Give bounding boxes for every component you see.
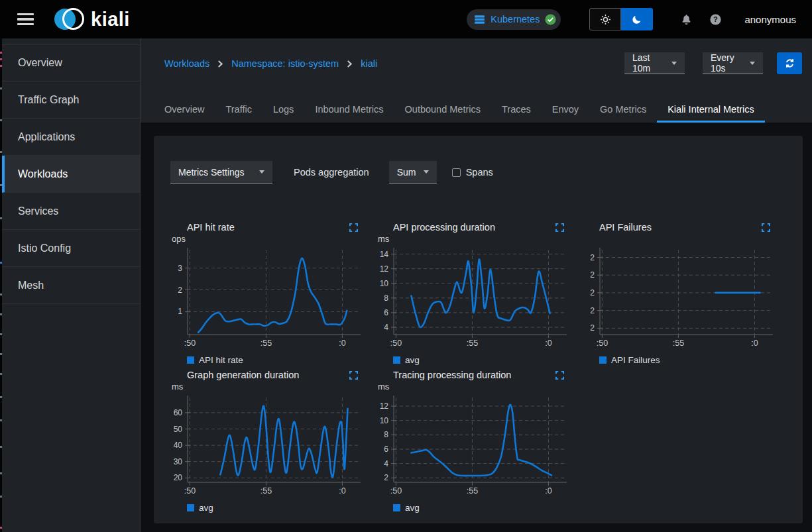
chart-api-hit-rate: API hit rate ops 321:50:55:0 API hit rat… [170,221,365,368]
menu-toggle-button[interactable] [17,11,34,28]
chart-title: Tracing processing duration [393,370,511,380]
svg-text::0: :0 [339,339,345,348]
chart-legend[interactable]: avg [377,352,571,368]
svg-text:6: 6 [384,445,388,454]
chart-graph-generation-duration: Graph generation duration ms 6050403020:… [170,368,365,515]
expand-icon[interactable] [555,223,564,232]
tab-traffic[interactable]: Traffic [215,95,262,123]
sync-icon [785,58,795,68]
svg-text:2: 2 [590,306,595,315]
svg-text:6: 6 [384,308,388,317]
cluster-selector[interactable]: Kubernetes [467,9,561,30]
sidebar-item-traffic-graph[interactable]: Traffic Graph [2,81,140,119]
svg-text:20: 20 [174,473,183,482]
question-circle-icon: ? [710,14,721,25]
cluster-icon [474,14,485,25]
legend-label: API hit rate [199,355,243,365]
svg-text:2: 2 [384,473,388,482]
brand-name: kiali [91,9,130,30]
light-theme-button[interactable] [589,8,621,30]
dark-theme-button[interactable] [621,8,653,30]
refresh-button[interactable] [777,52,802,74]
svg-text::50: :50 [184,339,196,348]
moon-icon [632,14,642,25]
notifications-button[interactable] [681,14,692,25]
expand-icon[interactable] [555,371,564,380]
y-axis-unit [583,234,777,246]
metrics-settings-label: Metrics Settings [178,167,245,178]
metrics-settings-dropdown[interactable]: Metrics Settings [170,161,272,184]
tab-overview[interactable]: Overview [154,95,215,123]
sidebar-item-applications[interactable]: Applications [2,119,140,156]
svg-text::55: :55 [467,486,478,496]
tab-envoy[interactable]: Envoy [542,95,589,123]
time-toolbar: Last 10m Every 10s [624,52,802,74]
tab-traces[interactable]: Traces [491,95,542,123]
chart-tracing-processing-duration: Tracing processing duration ms 12108642:… [377,368,571,515]
help-button[interactable]: ? [710,14,721,25]
svg-text:40: 40 [174,441,183,450]
svg-text::55: :55 [261,339,272,348]
legend-swatch [187,504,194,511]
pods-aggregation-value: Sum [397,167,416,178]
charts-grid: API hit rate ops 321:50:55:0 API hit rat… [170,221,803,515]
tab-outbound-metrics[interactable]: Outbound Metrics [394,95,491,123]
tab-logs[interactable]: Logs [262,95,304,123]
chevron-right-icon [217,60,223,68]
y-axis-unit: ms [377,382,571,394]
svg-text::50: :50 [597,339,608,348]
chart-legend[interactable]: avg [170,500,365,515]
cluster-name: Kubernetes [491,14,540,25]
legend-swatch [393,504,400,511]
caret-down-icon [750,62,755,65]
svg-text:3: 3 [178,264,182,273]
masthead-actions: Kubernetes [467,8,796,30]
time-range-dropdown[interactable]: Last 10m [624,52,685,74]
chart-legend[interactable]: API Failures [583,352,777,368]
expand-icon[interactable] [349,371,358,380]
svg-text::0: :0 [339,486,345,496]
chart-legend[interactable]: avg [377,500,571,515]
svg-text::0: :0 [545,339,551,348]
line-chart-plot: 22222:50:55:0 [583,246,777,352]
background-window-sliver [0,38,2,532]
svg-text:1: 1 [178,307,182,316]
svg-text:4: 4 [384,459,388,468]
chart-title: Graph generation duration [187,370,299,380]
spans-checkbox[interactable] [452,168,461,177]
legend-swatch [599,356,607,364]
breadcrumb-current-workload[interactable]: kiali [361,58,377,69]
svg-text:14: 14 [380,250,389,259]
svg-text:2: 2 [590,288,595,297]
breadcrumb-workloads[interactable]: Workloads [164,58,209,69]
y-axis-unit: ms [170,382,365,394]
svg-text:8: 8 [384,293,388,303]
tab-go-metrics[interactable]: Go Metrics [589,95,657,123]
content-area: Metrics Settings Pods aggregation Sum Sp… [141,123,812,532]
svg-text:10: 10 [380,416,389,425]
sidebar-item-overview[interactable]: Overview [2,44,140,81]
sidebar-item-istio-config[interactable]: Istio Config [2,230,140,267]
spans-label: Spans [466,167,493,178]
pods-aggregation-dropdown[interactable]: Sum [389,161,437,184]
tab-inbound-metrics[interactable]: Inbound Metrics [304,95,394,123]
sidebar-item-services[interactable]: Services [2,193,140,230]
metrics-card: Metrics Settings Pods aggregation Sum Sp… [154,136,803,523]
check-circle-icon [545,14,556,25]
username: anonymous [744,14,796,25]
svg-text:10: 10 [380,279,389,288]
breadcrumb-namespace[interactable]: Namespace: istio-system [231,58,339,69]
main-area: Workloads Namespace: istio-system kiali … [141,38,812,532]
tab-kiali-internal-metrics[interactable]: Kiali Internal Metrics [657,95,765,123]
expand-icon[interactable] [762,223,770,232]
chart-legend[interactable]: API hit rate [170,352,365,368]
sidebar-item-mesh[interactable]: Mesh [2,267,140,304]
refresh-interval-dropdown[interactable]: Every 10s [703,52,763,74]
svg-text:12: 12 [380,264,389,274]
expand-icon[interactable] [349,223,358,232]
svg-text:60: 60 [174,408,183,417]
sidebar-item-workloads[interactable]: Workloads [2,156,140,193]
chevron-right-icon [347,60,353,68]
kiali-app: kiali Kubernetes [0,0,812,532]
kiali-logo-icon [54,8,86,30]
